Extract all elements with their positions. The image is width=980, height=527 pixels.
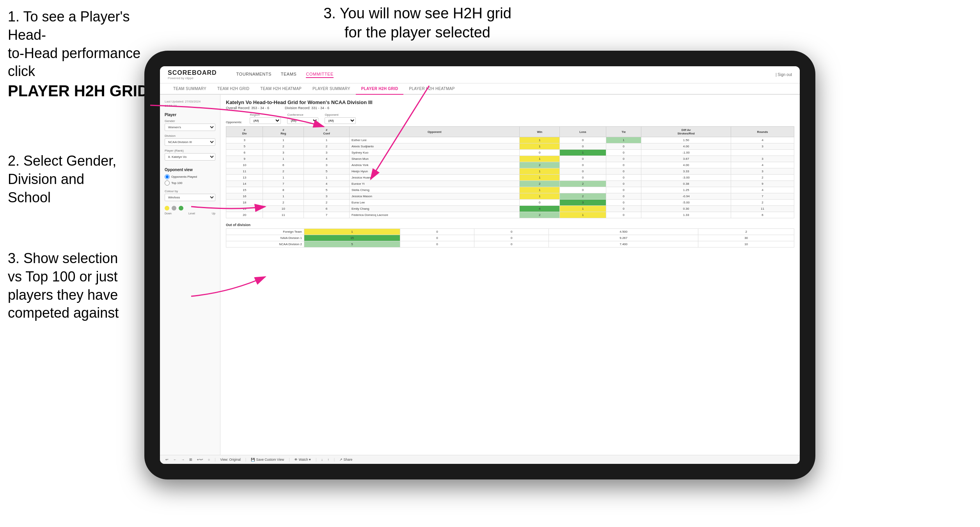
table-row: 1613Jessica Mason120-0.947 <box>226 193 794 200</box>
instruction-line3-bold: PLAYER H2H GRID <box>8 82 149 99</box>
sub-nav-team-summary[interactable]: TEAM SUMMARY <box>168 83 212 95</box>
instruction-bottom-left: 3. Show selection vs Top 100 or just pla… <box>8 249 148 322</box>
colour-section: Colour by Win/loss Down Level Up <box>165 189 215 215</box>
opponent-view-radios: Opponents Played Top 100 <box>165 174 215 186</box>
instruction-top-right: 3. You will now see H2H grid for the pla… <box>320 4 515 42</box>
division-label: Division <box>165 134 215 138</box>
logo-text: SCOREBOARD <box>168 69 217 76</box>
th-div: #Div <box>226 127 263 137</box>
colour-label-level: Level <box>188 212 195 215</box>
nav-items: TOURNAMENTS TEAMS COMMITTEE <box>236 72 764 78</box>
sub-nav-player-h2h-heatmap[interactable]: PLAYER H2H HEATMAP <box>403 83 460 95</box>
instruction-line2: to-Head performance click <box>8 45 140 80</box>
sub-nav-player-summary[interactable]: PLAYER SUMMARY <box>307 83 356 95</box>
instruction-tr-line1: 3. You will now see H2H grid <box>323 5 511 21</box>
toolbar-grid[interactable]: ⊞ <box>189 458 192 462</box>
left-panel: Last Updated: 27/03/202416:55:38 Player … <box>160 95 220 455</box>
main-content: Last Updated: 27/03/202416:55:38 Player … <box>160 95 800 455</box>
table-row: 914Sharon Mun1003.673 <box>226 156 794 162</box>
dot-up <box>179 206 183 210</box>
colour-label-up: Up <box>212 212 215 215</box>
sub-nav-player-h2h-grid[interactable]: PLAYER H2H GRID <box>356 83 404 95</box>
toolbar-undo[interactable]: ↩ <box>165 458 169 462</box>
th-win: Win <box>520 127 560 137</box>
toolbar-save-custom-view[interactable]: 💾 Save Custom View <box>251 458 284 462</box>
instruction-top-left: 1. To see a Player's Head- to-Head perfo… <box>8 8 156 101</box>
table-row: 311Esther Lee1011.504 <box>226 137 794 143</box>
nav-tournaments[interactable]: TOURNAMENTS <box>236 72 272 78</box>
last-updated: Last Updated: 27/03/202416:55:38 <box>165 99 215 108</box>
toolbar-watch[interactable]: 👁 Watch ▾ <box>294 458 311 462</box>
overall-record: Overall Record: 353 - 34 - 6 <box>226 106 269 110</box>
opponent-view-section: Opponent view Opponents Played Top 100 <box>165 168 215 186</box>
region-select[interactable]: (All) <box>250 117 281 124</box>
player-rank-label: Player (Rank) <box>165 149 215 152</box>
instruction-ml-line1: 2. Select Gender, <box>8 153 116 169</box>
opponents-label: Opponents: <box>226 120 242 124</box>
out-div-row: NCAA Division 25007.40010 <box>226 241 794 248</box>
division-select[interactable]: NCAA Division III NCAA Division I NCAA D… <box>165 138 215 146</box>
radio-top-100[interactable]: Top 100 <box>165 180 215 186</box>
th-opponent: Opponent <box>350 127 520 137</box>
opponent-view-title: Opponent view <box>165 168 215 172</box>
region-filter: Region (All) <box>250 113 281 124</box>
toolbar-upload[interactable]: ↑ <box>328 458 329 462</box>
colour-labels: Down Level Up <box>165 212 215 215</box>
instruction-bl-line1: 3. Show selection <box>8 250 118 266</box>
tablet-device: SCOREBOARD Powered by clippd TOURNAMENTS… <box>144 51 815 479</box>
table-row: 20117Federica Domecq Lacroze2101.336 <box>226 212 794 218</box>
toolbar-back[interactable]: ← <box>173 458 177 462</box>
opponent-filter: Opponent (All) <box>325 113 356 124</box>
opponent-select[interactable]: (All) <box>325 117 356 124</box>
th-reg: #Reg <box>263 127 304 137</box>
conference-select[interactable]: (All) <box>287 117 318 124</box>
player-rank-select[interactable]: 8. Katelyn Vo <box>165 153 215 161</box>
table-row: 1311Jessica Huang100-3.002 <box>226 175 794 181</box>
th-rounds: Rounds <box>731 127 794 137</box>
sub-nav-team-h2h-heatmap[interactable]: TEAM H2H HEATMAP <box>255 83 307 95</box>
toolbar-forward[interactable]: → <box>181 458 185 462</box>
colour-by-select[interactable]: Win/loss <box>165 194 215 201</box>
radio-opponents-played[interactable]: Opponents Played <box>165 174 215 179</box>
instruction-tr-line2: for the player selected <box>344 24 490 41</box>
toolbar-sep3: | <box>289 458 289 462</box>
toolbar-view-original[interactable]: View: Original <box>220 458 240 462</box>
toolbar-share[interactable]: ↗ Share <box>339 458 352 462</box>
toolbar-sep4: | <box>316 458 316 462</box>
instruction-bl-line2: vs Top 100 or just <box>8 269 118 285</box>
table-row: 522Alexis Sudjianto1004.003 <box>226 143 794 150</box>
top-navigation: SCOREBOARD Powered by clippd TOURNAMENTS… <box>160 66 800 83</box>
player-section-title: Player <box>165 113 215 117</box>
out-div-row: Foreign Team1004.5002 <box>226 229 794 235</box>
dot-down <box>165 206 169 210</box>
out-division-table: Foreign Team1004.5002NAIA Division 11500… <box>226 228 794 248</box>
colour-by-label: Colour by <box>165 189 215 193</box>
division-record: Division Record: 331 - 34 - 6 <box>285 106 329 110</box>
h2h-table: #Div #Reg #Conf Opponent Win Loss Tie Di… <box>226 126 794 218</box>
tablet-screen: SCOREBOARD Powered by clippd TOURNAMENTS… <box>160 66 800 464</box>
table-row: 1474Eunice Yi2200.389 <box>226 181 794 187</box>
nav-sign-out[interactable]: | Sign out <box>776 73 792 77</box>
nav-teams[interactable]: TEAMS <box>281 72 296 78</box>
colour-dots <box>165 206 215 210</box>
table-header-row: #Div #Reg #Conf Opponent Win Loss Tie Di… <box>226 127 794 137</box>
table-row: 1822Euna Lee030-5.002 <box>226 200 794 206</box>
toolbar-circle[interactable]: ○ <box>208 458 210 462</box>
toolbar-download[interactable]: ↓ <box>321 458 323 462</box>
toolbar-sep1: | <box>215 458 215 462</box>
out-div-row: NAIA Division 115009.26730 <box>226 235 794 241</box>
toolbar-bottom: ↩ ← → ⊞ ↩↩ ○ | View: Original | 💾 Save C… <box>160 455 800 464</box>
grid-title: Katelyn Vo Head-to-Head Grid for Women's… <box>226 99 794 105</box>
toolbar-sep5: | <box>334 458 335 462</box>
instruction-bl-line3: players they have <box>8 287 118 303</box>
grid-subtitle: Overall Record: 353 - 34 - 6 Division Re… <box>226 106 794 110</box>
instruction-ml-line3: School <box>8 189 51 205</box>
filters-row: Opponents: Region (All) Conference (All) <box>226 113 794 124</box>
nav-committee[interactable]: COMMITTEE <box>306 72 334 78</box>
sub-nav-team-h2h-grid[interactable]: TEAM H2H GRID <box>212 83 255 95</box>
th-conf: #Conf <box>304 127 350 137</box>
th-loss: Loss <box>560 127 606 137</box>
toolbar-reset[interactable]: ↩↩ <box>197 458 203 462</box>
gender-select[interactable]: Women's Men's <box>165 124 215 131</box>
logo-area: SCOREBOARD Powered by clippd <box>168 69 217 80</box>
